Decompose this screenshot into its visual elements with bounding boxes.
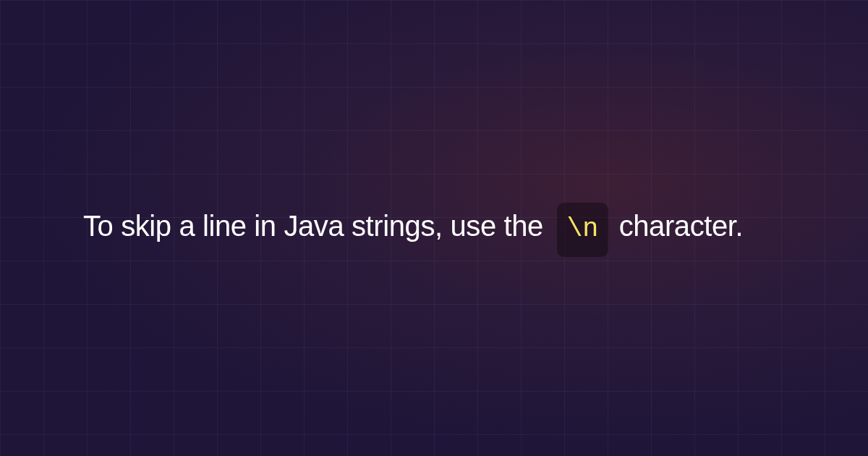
text-before-code: To skip a line in Java strings, use the: [83, 210, 551, 242]
code-token: \n: [557, 203, 608, 256]
main-text: To skip a line in Java strings, use the …: [83, 199, 743, 256]
text-after-code: character.: [611, 210, 743, 242]
